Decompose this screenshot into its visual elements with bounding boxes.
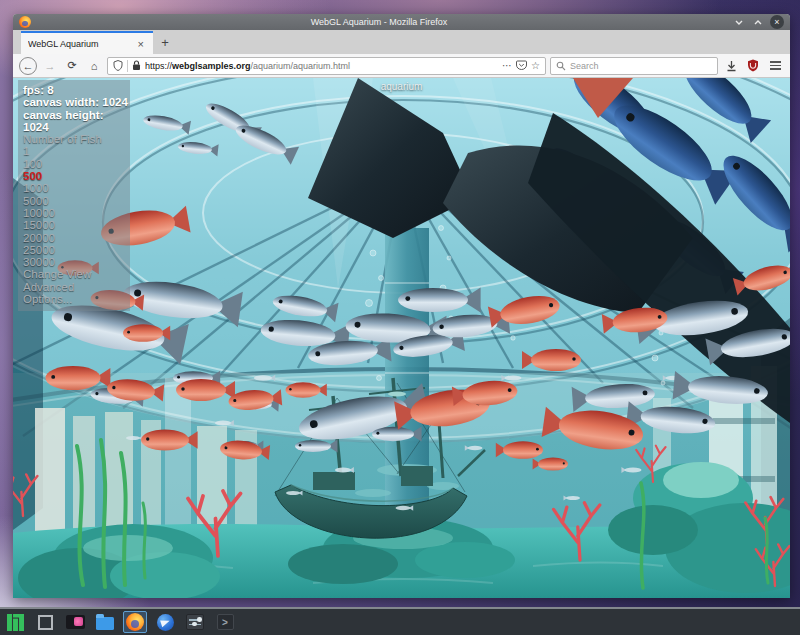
fish-count-option[interactable]: 1000 — [23, 182, 130, 194]
globe-app-icon[interactable] — [153, 611, 177, 633]
ublock-shield-icon[interactable] — [744, 57, 762, 75]
reload-button[interactable]: ⟳ — [63, 57, 81, 75]
back-button[interactable]: ← — [19, 57, 37, 75]
menu-icon[interactable] — [766, 57, 784, 75]
fish-count-option[interactable]: 500 — [23, 170, 130, 182]
fish-count-option[interactable]: 1 — [23, 145, 130, 157]
taskbar: > — [0, 607, 800, 635]
fish-count-options: 1100500100050001000015000200002500030000 — [23, 145, 130, 268]
hud-link[interactable]: Advanced — [23, 281, 130, 293]
url-text: https://webglsamples.org/aquarium/aquari… — [145, 61, 498, 71]
tab-webgl-aquarium[interactable]: WebGL Aquarium × — [21, 31, 153, 54]
search-icon — [556, 61, 566, 71]
fish-count-option[interactable]: 15000 — [23, 219, 130, 231]
fish-count-label: Number of Fish — [23, 133, 130, 145]
search-bar[interactable]: Search — [550, 57, 718, 75]
tab-close-icon[interactable]: × — [136, 38, 146, 50]
page-content: aquarium fps: 8 canvas width: 1024 canva… — [13, 78, 790, 598]
url-domain: webglsamples.org — [172, 61, 251, 71]
close-button[interactable]: × — [770, 15, 784, 29]
firefox-window: WebGL Aquarium - Mozilla Firefox × WebGL… — [13, 14, 790, 598]
maximize-button[interactable] — [751, 15, 765, 29]
file-manager-icon[interactable] — [93, 611, 117, 633]
fps-counter: fps: 8 — [23, 84, 130, 96]
firefox-task-icon[interactable] — [123, 611, 147, 633]
tab-title: WebGL Aquarium — [28, 39, 136, 49]
navigation-toolbar: ← → ⟳ ⌂ https://webglsamples.org/aquariu… — [13, 54, 790, 78]
new-tab-button[interactable]: + — [153, 31, 177, 54]
audio-mixer-icon[interactable] — [183, 611, 207, 633]
fish-count-option[interactable]: 20000 — [23, 232, 130, 244]
hud-panel: fps: 8 canvas width: 1024 canvas height:… — [18, 80, 130, 311]
fish-count-option[interactable]: 30000 — [23, 256, 130, 268]
fish-count-option[interactable]: 10000 — [23, 207, 130, 219]
firefox-icon — [19, 16, 31, 28]
fish-count-option[interactable]: 5000 — [23, 195, 130, 207]
fish-count-option[interactable]: 100 — [23, 158, 130, 170]
url-path: /aquarium/aquarium.html — [251, 61, 351, 71]
hud-link[interactable]: Change View — [23, 268, 130, 280]
canvas-width-readout: canvas width: 1024 — [23, 96, 130, 108]
manjaro-launcher-icon[interactable] — [3, 611, 27, 633]
video-app-icon[interactable] — [63, 611, 87, 633]
download-icon[interactable] — [722, 57, 740, 75]
lock-icon[interactable] — [132, 60, 141, 71]
forward-button[interactable]: → — [41, 57, 59, 75]
urlbar-divider — [127, 60, 128, 72]
search-placeholder: Search — [570, 61, 599, 71]
tab-bar: WebGL Aquarium × + — [13, 30, 790, 54]
fish-count-option[interactable]: 25000 — [23, 244, 130, 256]
window-titlebar[interactable]: WebGL Aquarium - Mozilla Firefox × — [13, 14, 790, 30]
hud-links: Change ViewAdvancedOptions... — [23, 268, 130, 305]
window-title: WebGL Aquarium - Mozilla Firefox — [31, 17, 727, 27]
pocket-icon[interactable] — [516, 60, 527, 71]
tracking-shield-icon[interactable] — [113, 60, 123, 71]
terminal-icon[interactable]: > — [213, 611, 237, 633]
canvas-height-readout: canvas height: 1024 — [23, 109, 130, 134]
page-actions-icon[interactable]: ⋯ — [502, 60, 512, 71]
minimize-button[interactable] — [732, 15, 746, 29]
desktop-pager-icon[interactable] — [33, 611, 57, 633]
hud-link[interactable]: Options... — [23, 293, 130, 305]
home-button[interactable]: ⌂ — [85, 57, 103, 75]
bookmark-star-icon[interactable]: ☆ — [531, 60, 540, 71]
url-scheme: https:// — [145, 61, 172, 71]
address-bar[interactable]: https://webglsamples.org/aquarium/aquari… — [107, 57, 546, 75]
